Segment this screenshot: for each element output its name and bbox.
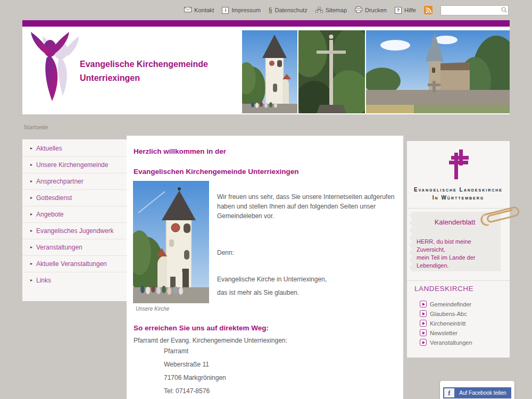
triangle-bullet-icon: ▸ bbox=[30, 278, 32, 282]
sidebar-item-gottesdienst[interactable]: ▸Gottesdienst bbox=[22, 189, 127, 206]
link-newsletter[interactable]: Newsletter bbox=[420, 329, 472, 336]
sidebar-item-label: Gottesdienst bbox=[36, 194, 72, 202]
welcome-heading-line2: Evangelischen Kirchengemeinde Unterriexi… bbox=[134, 168, 299, 176]
triangle-bullet-icon: ▸ bbox=[30, 262, 32, 266]
link-glaubens-abc[interactable]: Glaubens-Abc bbox=[420, 310, 472, 317]
divider bbox=[407, 280, 510, 281]
sidebar-item-label: Ansprechpartner bbox=[36, 178, 84, 185]
site-logo-icon[interactable] bbox=[30, 31, 79, 107]
logo-text-line1: Evangelische Landeskirche bbox=[407, 186, 510, 194]
paperclip-icon bbox=[478, 203, 525, 234]
play-icon bbox=[420, 310, 427, 317]
triangle-bullet-icon: ▸ bbox=[30, 163, 32, 167]
paragraph: Denn: bbox=[217, 248, 401, 257]
rss-icon[interactable] bbox=[424, 6, 433, 14]
topbar-link-label: Impressum bbox=[231, 7, 260, 13]
header-photo-hill-church-icon bbox=[366, 30, 510, 113]
landeskirche-cross-icon bbox=[448, 149, 469, 179]
topbar-link-datenschutz[interactable]: § Datenschutz bbox=[269, 6, 307, 14]
contact-intro: Pfarramt der Evang. Kirchengemeinde Unte… bbox=[134, 337, 287, 344]
logo-text-line2: In Württemberg bbox=[407, 194, 510, 202]
sidebar-item-label: Links bbox=[36, 277, 51, 284]
triangle-bullet-icon: ▸ bbox=[30, 212, 32, 217]
site-title-line2: Unterriexingen bbox=[80, 71, 208, 85]
sidebar-item-ansprechpartner[interactable]: ▸Ansprechpartner bbox=[22, 173, 127, 189]
topbar-link-label: Hilfe bbox=[404, 7, 416, 13]
paragraph: Evangelische Kirche in Unterriexingen, bbox=[217, 275, 401, 284]
sidebar-item-label: Aktuelles bbox=[36, 145, 62, 152]
printer-icon bbox=[355, 6, 362, 14]
photo-caption: Unsere Kirche bbox=[136, 306, 169, 312]
triangle-bullet-icon: ▸ bbox=[30, 179, 32, 184]
play-icon bbox=[420, 320, 427, 327]
sidebar-item-aktuelle-veranstaltungen[interactable]: ▸Aktuelle Veranstaltungen bbox=[22, 255, 127, 272]
header-photo-church-icon bbox=[242, 30, 297, 113]
sidebar-item-label: Evangelisches Jugendwerk bbox=[36, 227, 113, 235]
topbar-link-hilfe[interactable]: ? Hilfe bbox=[395, 7, 416, 14]
link-gemeindefinder[interactable]: Gemeindefinder bbox=[420, 301, 472, 307]
search-input[interactable] bbox=[440, 5, 509, 15]
sidebar-item-label: Unsere Kirchengemeinde bbox=[36, 161, 108, 169]
help-icon: ? bbox=[395, 7, 402, 14]
play-icon bbox=[420, 339, 427, 346]
header-photo-cross-icon bbox=[298, 30, 365, 113]
topbar-link-label: Datenschutz bbox=[275, 7, 307, 13]
sidebar-item-label: Veranstaltungen bbox=[36, 244, 82, 251]
page: Kontakt i Impressum § Datenschutz Sitema… bbox=[0, 0, 532, 399]
contact-line: Pfarramt bbox=[164, 347, 188, 355]
triangle-bullet-icon: ▸ bbox=[30, 229, 32, 233]
sidebar-item-label: Aktuelle Veranstaltungen bbox=[36, 260, 107, 268]
facebook-share-button[interactable]: f Auf Facebook teilen bbox=[443, 387, 511, 398]
kalenderblatt-source: Psalm 142,6 bbox=[409, 271, 492, 278]
topbar-link-label: Drucken bbox=[365, 7, 387, 13]
main-content: Herzlich willkommen in der Evangelischen… bbox=[127, 136, 403, 399]
link-label: Veranstaltungen bbox=[430, 339, 472, 346]
paragraph-icon: § bbox=[269, 6, 272, 14]
intro-text: Wir freuen uns sehr, dass Sie unsere Int… bbox=[217, 192, 401, 297]
contact-line: 71706 Markgröningen bbox=[164, 374, 226, 381]
link-kircheneintritt[interactable]: Kircheneintritt bbox=[420, 320, 472, 327]
topbar-link-kontakt[interactable]: Kontakt bbox=[184, 7, 214, 13]
triangle-bullet-icon: ▸ bbox=[30, 196, 32, 200]
sidebar-item-evangelisches-jugendwerk[interactable]: ▸Evangelisches Jugendwerk bbox=[22, 222, 127, 239]
quote-line2: mein Teil im Lande der Lebendigen. bbox=[417, 254, 501, 270]
right-sidebar: Evangelische Landeskirche In Württemberg… bbox=[407, 141, 510, 358]
header-photos bbox=[242, 30, 510, 113]
sidebar-item-links[interactable]: ▸Links bbox=[22, 272, 127, 288]
quote-line1: HERR, du bist meine Zuversicht, bbox=[417, 238, 501, 254]
kalenderblatt-quote: HERR, du bist meine Zuversicht, mein Tei… bbox=[417, 238, 501, 270]
sidebar-item-angebote[interactable]: ▸Angebote bbox=[22, 206, 127, 222]
accent-bar bbox=[22, 20, 510, 27]
topbar-link-label: Sitemap bbox=[326, 7, 347, 13]
topbar: Kontakt i Impressum § Datenschutz Sitema… bbox=[0, 0, 532, 20]
church-photo bbox=[133, 181, 209, 303]
play-icon bbox=[420, 329, 427, 336]
topbar-link-sitemap[interactable]: Sitemap bbox=[315, 7, 347, 14]
paragraph: Wir freuen uns sehr, dass Sie unsere Int… bbox=[217, 192, 401, 221]
search-icon bbox=[501, 7, 507, 13]
sidebar-item-label: Angebote bbox=[36, 211, 63, 218]
search bbox=[440, 5, 509, 15]
link-label: Glaubens-Abc bbox=[430, 311, 467, 317]
link-veranstaltungen[interactable]: Veranstaltungen bbox=[420, 339, 472, 346]
sidebar-item-veranstaltungen[interactable]: ▸Veranstaltungen bbox=[22, 239, 127, 255]
play-icon bbox=[420, 301, 427, 307]
breadcrumb[interactable]: Startseite bbox=[23, 124, 48, 130]
sidebar-item-unsere-kirchengemeinde[interactable]: ▸Unsere Kirchengemeinde bbox=[22, 156, 127, 173]
contact-heading: So erreichen Sie uns auf direktem Weg: bbox=[134, 324, 269, 332]
facebook-icon: f bbox=[444, 388, 454, 397]
sidebar-item-aktuelles[interactable]: ▸Aktuelles bbox=[22, 140, 127, 156]
topbar-link-label: Kontakt bbox=[194, 7, 214, 13]
site-title: Evangelische Kirchengemeinde Unterriexin… bbox=[80, 57, 208, 85]
triangle-bullet-icon: ▸ bbox=[30, 146, 32, 151]
site-title-line1: Evangelische Kirchengemeinde bbox=[80, 57, 208, 71]
facebook-widget: f Auf Facebook teilen bbox=[440, 381, 514, 399]
contact-line: Weberstraße 11 bbox=[164, 361, 209, 368]
landeskirche-links-heading: LANDESKIRCHE bbox=[414, 285, 473, 293]
mail-icon bbox=[184, 7, 192, 13]
paragraph: das ist mehr als Sie glauben. bbox=[217, 288, 401, 297]
topbar-link-drucken[interactable]: Drucken bbox=[355, 6, 387, 14]
topbar-link-impressum[interactable]: i Impressum bbox=[222, 7, 260, 14]
landeskirche-logo[interactable]: Evangelische Landeskirche In Württemberg bbox=[407, 149, 510, 202]
landeskirche-links: Gemeindefinder Glaubens-Abc Kircheneintr… bbox=[420, 301, 472, 346]
